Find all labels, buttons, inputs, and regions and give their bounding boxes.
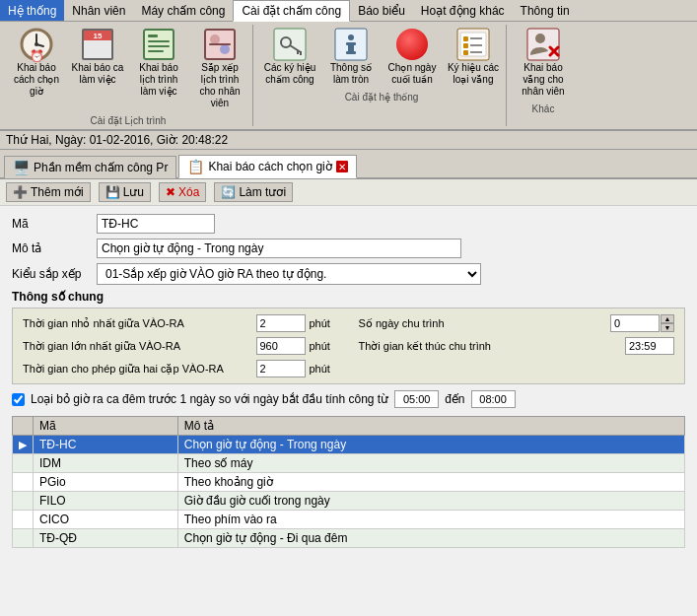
svg-rect-23 <box>346 51 356 54</box>
row-indicator: ▶ <box>13 436 34 454</box>
form-area: Mã Mô tả Kiểu sắp xếp 01-Sắp xếp giờ VÀO… <box>0 206 697 556</box>
svg-rect-22 <box>346 42 356 45</box>
form-row-ma: Mã <box>12 214 685 234</box>
menu-cai-dat-cham-cong[interactable]: Cài đặt chấm công <box>233 0 350 22</box>
toolbar-group-khac: Khai báo vắng cho nhân viên Khác <box>511 25 576 126</box>
menubar: Hệ thống Nhân viên Máy chấm công Cài đặt… <box>0 0 697 22</box>
input-time-from[interactable] <box>394 390 439 408</box>
select-kieu-sap-xep[interactable]: 01-Sắp xếp giờ VÀO giờ RA theo tự động. <box>97 263 481 285</box>
btn-sap-xep-lich-trinh[interactable]: Sắp xếp lịch trình cho nhân viên <box>191 25 248 111</box>
btn-cac-ky-hieu[interactable]: Các ký hiệu chấm công <box>261 25 318 88</box>
cell-ma: CICO <box>34 511 178 529</box>
input-so-ngay-chu-trinh[interactable] <box>610 314 660 332</box>
input-tg-cho-phep[interactable] <box>256 360 306 377</box>
input-time-to[interactable] <box>471 390 516 408</box>
menu-bao-bieu[interactable]: Báo biểu <box>350 0 413 21</box>
btn-khai-bao-vang[interactable]: Khai báo vắng cho nhân viên <box>515 25 572 100</box>
btn-chon-ngay-cuoi-tuan[interactable]: Chọn ngày cuối tuần <box>383 25 441 88</box>
input-tg-ket-thuc[interactable] <box>625 337 674 355</box>
param-tgnn: Thời gian nhỏ nhất giữa VÀO-RA phút <box>23 314 339 332</box>
checkbox-loai-bo[interactable] <box>12 393 25 406</box>
svg-rect-9 <box>148 50 164 52</box>
svg-rect-32 <box>527 29 559 60</box>
tabbar: 🖥️ Phần mềm chấm công Pr 📋 Khai báo cách… <box>0 150 697 179</box>
menu-nhan-vien[interactable]: Nhân viên <box>64 0 133 21</box>
sort-icon <box>203 28 237 61</box>
btn-ky-hieu-loai-vang[interactable]: Ký hiệu các loại vắng <box>445 25 502 88</box>
table-row[interactable]: IDMTheo số máy <box>13 454 685 473</box>
tab-phan-mem[interactable]: 🖥️ Phần mềm chấm công Pr <box>4 156 176 178</box>
schedule-icon <box>142 28 175 61</box>
svg-point-20 <box>348 34 354 40</box>
checkbox-row: Loại bỏ giờ ra ca đêm trước 1 ngày so vớ… <box>12 390 685 408</box>
thong-so-panel: Thời gian nhỏ nhất giữa VÀO-RA phút Thời… <box>12 308 685 384</box>
table-row[interactable]: PGioTheo khoảng giờ <box>13 473 685 492</box>
toolbar-group-lich-trinh: ⏰ Khai báo cách chọn giờ 15 Khai báo ca … <box>4 25 253 126</box>
row-indicator <box>13 454 34 473</box>
btn-khai-bao-lich-trinh[interactable]: Khai báo lịch trình làm việc <box>130 25 187 111</box>
row-indicator <box>13 492 34 511</box>
spinner-up-so-ngay[interactable]: ▲ <box>661 314 674 323</box>
section-thong-so-chung: Thông số chung <box>12 290 685 304</box>
svg-rect-5 <box>144 30 174 59</box>
calendar-icon: 15 <box>82 29 113 60</box>
param-tgln: Thời gian lớn nhất giữa VÀO-RA phút <box>23 337 339 355</box>
tab-phan-mem-icon: 🖥️ <box>13 160 30 175</box>
param-tg-ket-thuc: Thời gian kết thúc chu trình <box>359 337 675 355</box>
tab-khai-bao[interactable]: 📋 Khai báo cách chọn giờ ✕ <box>178 155 356 178</box>
cell-mo-ta: Theo phím vào ra <box>177 511 684 529</box>
svg-point-12 <box>220 44 230 54</box>
input-ma[interactable] <box>97 214 215 234</box>
menu-hoat-dong-khac[interactable]: Hoạt động khác <box>413 0 513 21</box>
table-row[interactable]: TĐ-QĐChọn giờ tự động - Đi qua đêm <box>13 529 685 548</box>
btn-thong-so-lam-tron[interactable]: Thông số làm tròn <box>322 25 380 88</box>
input-tgln[interactable] <box>256 337 306 355</box>
btn-lam-tuoi[interactable]: 🔄 Làm tươi <box>214 182 293 202</box>
lam-tuoi-icon: 🔄 <box>221 185 236 199</box>
table-row[interactable]: CICOTheo phím vào ra <box>13 511 685 529</box>
col-mo-ta: Mô tả <box>177 417 684 436</box>
form-row-kieu-sap-xep: Kiểu sắp xếp 01-Sắp xếp giờ VÀO giờ RA t… <box>12 263 685 285</box>
svg-rect-28 <box>463 43 468 48</box>
cell-mo-ta: Chọn giờ tự động - Trong ngày <box>177 436 684 454</box>
col-ma: Mã <box>34 417 178 436</box>
cell-ma: TĐ-HC <box>34 436 178 454</box>
menu-thong-tin[interactable]: Thông tin <box>513 0 578 21</box>
xoa-icon: ✖ <box>166 185 175 199</box>
svg-text:⏰: ⏰ <box>30 48 44 62</box>
menu-may-cham-cong[interactable]: Máy chấm công <box>133 0 233 21</box>
content-area: ➕ Thêm mới 💾 Lưu ✖ Xóa 🔄 Làm tươi Mã <box>0 179 697 616</box>
svg-rect-13 <box>209 43 231 45</box>
info-icon <box>334 28 368 61</box>
svg-point-11 <box>210 34 220 44</box>
menu-he-thong[interactable]: Hệ thống <box>0 0 64 21</box>
cell-mo-ta: Theo khoảng giờ <box>177 473 684 492</box>
btn-luu[interactable]: 💾 Lưu <box>99 182 151 202</box>
row-indicator <box>13 529 34 548</box>
btn-khai-bao-cach-chon-gio[interactable]: ⏰ Khai báo cách chọn giờ <box>8 25 65 111</box>
data-table: Mã Mô tả ▶TĐ-HCChọn giờ tự động - Trong … <box>12 416 685 548</box>
table-row[interactable]: ▶TĐ-HCChọn giờ tự động - Trong ngày <box>13 436 685 454</box>
them-moi-icon: ➕ <box>13 185 28 199</box>
inner-toolbar: ➕ Thêm mới 💾 Lưu ✖ Xóa 🔄 Làm tươi <box>0 179 697 206</box>
btn-khai-bao-ca-lam-viec[interactable]: 15 Khai báo ca làm việc <box>69 25 126 111</box>
row-indicator <box>13 511 34 529</box>
col-indicator <box>13 417 34 436</box>
cell-ma: IDM <box>34 454 178 473</box>
cell-mo-ta: Giờ đầu giờ cuối trong ngày <box>177 492 684 511</box>
param-so-ngay-chu-trinh: Số ngày chu trình ▲ ▼ <box>359 314 675 332</box>
person-x-icon <box>526 28 560 61</box>
svg-rect-7 <box>148 40 170 42</box>
cell-mo-ta: Chọn giờ tự động - Đi qua đêm <box>177 529 684 548</box>
spinner-down-so-ngay[interactable]: ▼ <box>661 323 674 332</box>
input-tgnn[interactable] <box>256 314 306 332</box>
cell-ma: FILO <box>34 492 178 511</box>
cell-ma: PGio <box>34 473 178 492</box>
input-mo-ta[interactable] <box>97 239 461 258</box>
table-row[interactable]: FILOGiờ đầu giờ cuối trong ngày <box>13 492 685 511</box>
btn-them-moi[interactable]: ➕ Thêm mới <box>6 182 91 202</box>
btn-xoa[interactable]: ✖ Xóa <box>159 182 206 202</box>
clock-icon: ⏰ <box>19 27 54 62</box>
tab-close-button[interactable]: ✕ <box>336 161 348 172</box>
statusbar: Thứ Hai, Ngày: 01-02-2016, Giờ: 20:48:22 <box>0 131 697 150</box>
